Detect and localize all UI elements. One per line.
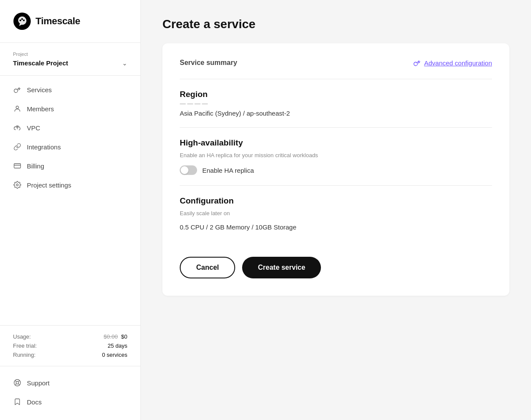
sidebar-item-support-label: Support: [27, 379, 50, 387]
region-value: Asia Pacific (Sydney) / ap-southeast-2: [180, 110, 492, 117]
card-icon: [13, 162, 22, 170]
region-title: Region: [180, 90, 492, 99]
project-selector[interactable]: Timescale Project ⌄: [13, 59, 127, 67]
ha-toggle-row: Enable HA replica: [180, 165, 492, 175]
life-ring-icon: [13, 378, 22, 387]
card-header: Service summary Advanced configuration: [180, 59, 492, 67]
svg-point-1: [19, 19, 21, 21]
usage-current: $0: [121, 333, 127, 340]
sidebar-item-billing[interactable]: Billing: [0, 156, 140, 175]
chevron-down-icon: ⌄: [122, 60, 127, 67]
usage-value: $0.00 $0: [104, 333, 127, 340]
sidebar-item-members[interactable]: Members: [0, 99, 140, 118]
dash-3: [194, 103, 201, 104]
usage-row-usage: Usage: $0.00 $0: [13, 333, 127, 340]
usage-section: Usage: $0.00 $0 Free trial: 25 days Runn…: [0, 325, 140, 366]
page-title: Create a service: [162, 17, 509, 31]
svg-rect-6: [14, 164, 21, 168]
sidebar-item-vpc-label: VPC: [27, 124, 40, 132]
sidebar-nav: Services Members VPC: [0, 76, 140, 325]
sidebar-item-support[interactable]: Support: [0, 373, 140, 392]
sidebar-item-integrations-label: Integrations: [27, 143, 61, 151]
running-value: 0 services: [102, 352, 127, 358]
svg-point-14: [414, 62, 418, 66]
svg-line-12: [18, 381, 19, 382]
configuration-section: Configuration Easily scale later on 0.5 …: [180, 185, 492, 241]
toggle-knob: [181, 166, 188, 174]
running-label: Running:: [13, 352, 36, 358]
sidebar-item-docs-label: Docs: [27, 398, 42, 406]
cancel-button[interactable]: Cancel: [180, 257, 235, 278]
logo-text: Timescale: [36, 16, 80, 27]
dash-4: [202, 103, 208, 104]
link-icon: [13, 142, 22, 151]
ha-title: High-availability: [180, 138, 492, 148]
sidebar-item-services[interactable]: Services: [0, 80, 140, 99]
ha-toggle[interactable]: [180, 165, 197, 175]
high-availability-section: High-availability Enable an HA replica f…: [180, 127, 492, 185]
svg-point-4: [14, 89, 18, 93]
svg-line-10: [15, 381, 16, 382]
advanced-config-label: Advanced configuration: [424, 59, 492, 67]
cloud-upload-icon: [13, 123, 22, 132]
sidebar: Timescale Project Timescale Project ⌄ Se…: [0, 0, 141, 420]
advanced-config-icon: [413, 59, 421, 67]
ha-subtitle: Enable an HA replica for your mission cr…: [180, 152, 492, 158]
svg-point-5: [16, 106, 19, 109]
config-subtitle: Easily scale later on: [180, 210, 492, 216]
dash-1: [180, 103, 186, 104]
logo-area: Timescale: [0, 0, 140, 42]
sidebar-item-docs[interactable]: Docs: [0, 392, 140, 411]
sidebar-item-project-settings-label: Project settings: [27, 181, 71, 189]
project-section: Project Timescale Project ⌄: [0, 43, 140, 75]
sidebar-item-vpc[interactable]: VPC: [0, 118, 140, 137]
advanced-config-link[interactable]: Advanced configuration: [413, 59, 492, 67]
free-trial-value: 25 days: [107, 342, 127, 349]
create-service-button[interactable]: Create service: [242, 257, 321, 278]
usage-row-free-trial: Free trial: 25 days: [13, 342, 127, 349]
svg-point-3: [23, 19, 25, 21]
sidebar-item-billing-label: Billing: [27, 162, 44, 170]
service-card: Service summary Advanced configuration R…: [162, 43, 509, 296]
region-dashes: [180, 103, 492, 104]
sidebar-item-project-settings[interactable]: Project settings: [0, 175, 140, 194]
key-icon: [13, 85, 22, 94]
free-trial-label: Free trial:: [13, 342, 37, 349]
main-content: Create a service Service summary Advance…: [141, 0, 531, 420]
svg-point-7: [16, 184, 19, 186]
sidebar-item-services-label: Services: [27, 86, 52, 94]
dash-2: [187, 103, 193, 104]
svg-line-13: [15, 384, 16, 385]
person-icon: [13, 104, 22, 113]
sidebar-bottom-nav: Support Docs: [0, 366, 140, 420]
timescale-logo-icon: [13, 12, 31, 30]
button-row: Cancel Create service: [180, 257, 492, 278]
ha-toggle-label: Enable HA replica: [202, 167, 254, 174]
sidebar-item-members-label: Members: [27, 105, 54, 113]
usage-row-running: Running: 0 services: [13, 352, 127, 358]
gear-icon: [13, 181, 22, 189]
bookmark-icon: [13, 397, 22, 406]
config-title: Configuration: [180, 196, 492, 206]
usage-label: Usage:: [13, 333, 31, 340]
card-summary-title: Service summary: [180, 59, 237, 67]
sidebar-item-integrations[interactable]: Integrations: [0, 137, 140, 156]
project-name: Timescale Project: [13, 59, 68, 67]
svg-line-11: [18, 384, 19, 385]
svg-point-2: [21, 18, 23, 20]
project-label: Project: [13, 52, 127, 57]
region-section: Region Asia Pacific (Sydney) / ap-southe…: [180, 79, 492, 127]
usage-original: $0.00: [104, 333, 118, 340]
config-value: 0.5 CPU / 2 GB Memory / 10GB Storage: [180, 223, 492, 231]
